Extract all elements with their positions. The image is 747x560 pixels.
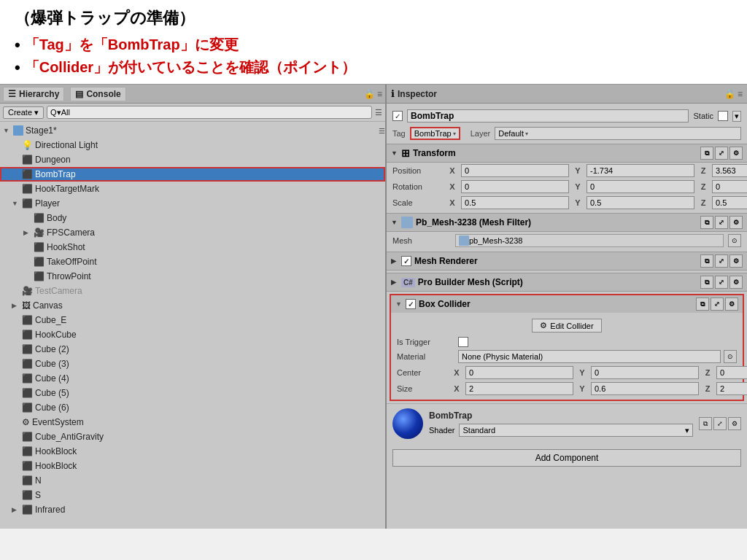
mesh-filter-icons: ⧉ ⤢ ⚙ (700, 216, 743, 229)
pro-builder-header[interactable]: C# Pro Builder Mesh (Script) ⧉ ⤢ ⚙ (387, 273, 747, 292)
mesh-filter-expand-btn[interactable]: ⤢ (715, 216, 728, 229)
hierarchy-item-hookcube[interactable]: ⬛ HookCube (0, 327, 385, 342)
options-icon[interactable]: ☰ (379, 127, 385, 135)
pro-builder-triangle (391, 279, 400, 286)
hierarchy-item-player[interactable]: ⬛ Player (0, 196, 385, 211)
hierarchy-item-testcamera[interactable]: 🎥 TestCamera (0, 284, 385, 298)
scale-x[interactable] (461, 196, 569, 209)
hierarchy-item-hookblock1[interactable]: ⬛ HookBlock (0, 444, 385, 459)
material-copy-btn[interactable]: ⧉ (699, 417, 712, 430)
box-collider-settings-btn[interactable]: ⚙ (725, 298, 738, 311)
object-name-field[interactable] (407, 109, 689, 122)
hierarchy-item-directionallight[interactable]: 💡 Directional Light (0, 138, 385, 152)
material-expand-btn[interactable]: ⤢ (713, 417, 727, 430)
position-x[interactable] (461, 164, 569, 177)
edit-collider-icon: ⚙ (540, 321, 547, 330)
hierarchy-item-bombtrap[interactable]: ⬛ BombTrap (0, 167, 385, 182)
box-collider-copy-btn[interactable]: ⧉ (696, 298, 709, 311)
hierarchy-item-takeoffpoint[interactable]: ⬛ TakeOffPoint (0, 254, 385, 269)
hierarchy-item-eventsystem[interactable]: ⚙ EventSystem (0, 415, 385, 429)
hierarchy-item-cube2[interactable]: ⬛ Cube (2) (0, 342, 385, 357)
position-z[interactable] (712, 164, 747, 177)
center-x[interactable] (465, 366, 573, 379)
center-z[interactable] (716, 366, 747, 379)
csharp-icon: C# (401, 278, 415, 287)
mesh-filter-copy-btn[interactable]: ⧉ (700, 216, 713, 229)
box-collider-expand-btn[interactable]: ⤢ (711, 298, 724, 311)
mesh-select-btn[interactable]: ⊙ (728, 234, 741, 247)
scale-y[interactable] (587, 196, 694, 209)
edit-collider-button[interactable]: ⚙ Edit Collider (532, 319, 601, 332)
hierarchy-item-dungeon[interactable]: ⬛ Dungeon (0, 152, 385, 167)
tab-console[interactable]: ▤ Console (70, 87, 125, 101)
active-checkbox[interactable] (392, 111, 403, 121)
tag-dropdown[interactable]: BombTrap ▾ (410, 127, 460, 140)
mesh-renderer-icons: ⧉ ⤢ ⚙ (700, 254, 743, 268)
transform-settings-btn[interactable]: ⚙ (729, 147, 743, 160)
hierarchy-item-cube4[interactable]: ⬛ Cube (4) (0, 371, 385, 386)
pro-builder-expand-btn[interactable]: ⤢ (715, 276, 728, 289)
pro-builder-copy-btn[interactable]: ⧉ (700, 276, 713, 289)
shader-dropdown[interactable]: Standard ▾ (459, 424, 693, 437)
hierarchy-item-fpscamera[interactable]: 🎥 FPSCamera (0, 225, 385, 240)
static-checkbox[interactable] (718, 111, 728, 121)
search-input[interactable] (47, 106, 372, 119)
hierarchy-icon: ☰ (8, 89, 16, 99)
inspector-lock-icon[interactable]: 🔒 (724, 89, 735, 99)
material-select-btn[interactable]: ⊙ (724, 350, 737, 363)
hierarchy-item-hookblock2[interactable]: ⬛ HookBlock (0, 459, 385, 473)
hierarchy-item-cube3[interactable]: ⬛ Cube (3) (0, 357, 385, 371)
scale-z[interactable] (712, 196, 747, 209)
mesh-renderer-settings-btn[interactable]: ⚙ (729, 254, 743, 268)
hierarchy-item-stage1[interactable]: Stage1* ☰ (0, 123, 385, 138)
is-trigger-checkbox[interactable] (458, 337, 468, 347)
size-z[interactable] (716, 382, 747, 395)
hierarchy-item-n[interactable]: ⬛ N (0, 473, 385, 488)
size-x[interactable] (465, 382, 573, 395)
hierarchy-item-hookshot[interactable]: ⬛ HookShot (0, 240, 385, 254)
pro-builder-settings-btn[interactable]: ⚙ (729, 276, 743, 289)
hierarchy-item-cube5[interactable]: ⬛ Cube (5) (0, 386, 385, 400)
hierarchy-header-icons: 🔒 ≡ (364, 89, 382, 99)
lock-icon[interactable]: 🔒 (364, 89, 375, 99)
menu-icon[interactable]: ≡ (377, 89, 382, 99)
material-value[interactable]: None (Physic Material) (458, 350, 721, 363)
hierarchy-item-cube6[interactable]: ⬛ Cube (6) (0, 400, 385, 415)
tab-hierarchy[interactable]: ☰ Hierarchy (3, 87, 64, 101)
hierarchy-item-body[interactable]: ⬛ Body (0, 211, 385, 225)
material-settings-btn[interactable]: ⚙ (728, 417, 741, 430)
center-y[interactable] (591, 366, 699, 379)
inspector-menu-icon[interactable]: ≡ (738, 89, 743, 99)
mesh-filter-settings-btn[interactable]: ⚙ (729, 216, 743, 229)
hierarchy-item-cube-e[interactable]: ⬛ Cube_E (0, 313, 385, 327)
position-y[interactable] (587, 164, 694, 177)
create-button[interactable]: Create ▾ (3, 106, 44, 119)
mesh-renderer-checkbox[interactable] (401, 256, 411, 266)
size-y[interactable] (591, 382, 699, 395)
material-sphere (392, 408, 423, 439)
mesh-filter-header[interactable]: Pb_Mesh-3238 (Mesh Filter) ⧉ ⤢ ⚙ (387, 213, 747, 232)
static-dropdown[interactable]: ▾ (732, 111, 741, 122)
hierarchy-item-canvas[interactable]: 🖼 Canvas (0, 298, 385, 313)
transform-expand-btn[interactable]: ⤢ (715, 147, 728, 160)
hierarchy-item-s[interactable]: ⬛ S (0, 488, 385, 502)
mesh-renderer-header[interactable]: Mesh Renderer ⧉ ⤢ ⚙ (387, 252, 747, 271)
rotation-y[interactable] (587, 180, 694, 193)
mesh-renderer-copy-btn[interactable]: ⧉ (700, 254, 713, 268)
transform-header[interactable]: ⊞ Transform ⧉ ⤢ ⚙ (387, 144, 747, 163)
add-component-button[interactable]: Add Component (392, 449, 741, 467)
mesh-value[interactable]: pb_Mesh-3238 (455, 234, 724, 247)
box-collider-checkbox[interactable] (406, 299, 416, 309)
hierarchy-item-cube-ag[interactable]: ⬛ Cube_AntiGravity (0, 429, 385, 444)
hierarchy-panel: ☰ Hierarchy ▤ Console 🔒 ≡ Create ▾ ☰ Sta… (0, 85, 387, 529)
hierarchy-item-throwpoint[interactable]: ⬛ ThrowPoint (0, 269, 385, 284)
transform-copy-btn[interactable]: ⧉ (700, 147, 713, 160)
hierarchy-item-infrared[interactable]: ⬛ Infrared (0, 502, 385, 517)
hierarchy-item-hooktargetmark[interactable]: ⬛ HookTargetMark (0, 182, 385, 196)
rotation-x[interactable] (461, 180, 569, 193)
box-collider-header[interactable]: Box Collider ⧉ ⤢ ⚙ (391, 295, 743, 313)
rotation-z[interactable] (712, 180, 747, 193)
mesh-filter-icon (401, 217, 413, 228)
layer-dropdown[interactable]: Default ▾ (495, 127, 741, 140)
mesh-renderer-expand-btn[interactable]: ⤢ (715, 254, 728, 268)
